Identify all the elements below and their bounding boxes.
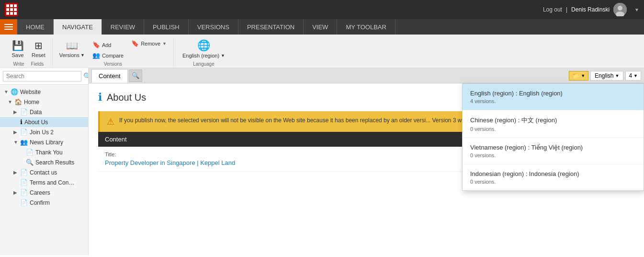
tree-item-contact-us[interactable]: ▶ 📄 Contact us	[0, 167, 88, 177]
tree-item-thank-you[interactable]: 📄 Thank You	[0, 147, 88, 157]
avatar[interactable]	[613, 3, 627, 16]
tab-view[interactable]: VIEW	[304, 19, 337, 35]
language-selector[interactable]: English ▼	[590, 71, 623, 81]
content-panel: ▲ 📁 ▼ English ▼ 4 ▼	[89, 68, 644, 255]
tab-search-button[interactable]: 🔍	[129, 70, 142, 82]
tree-label: Data	[30, 109, 42, 116]
tree-label: Careers	[30, 189, 50, 196]
num-selector-label: 4	[629, 72, 632, 79]
dropdown-item-english[interactable]: English (region) : English (region) 4 ve…	[463, 84, 644, 110]
tree-label: Home	[24, 99, 39, 105]
remove-arrow-icon: ▼	[162, 41, 167, 46]
folder-icon: 📁	[572, 72, 579, 79]
versions-folder-selector[interactable]: 📁 ▼	[569, 71, 588, 81]
search-input[interactable]	[3, 71, 81, 82]
top-bar-right: Log out | Denis Radinski ▼	[543, 3, 639, 16]
tree-arrow-icon	[13, 180, 18, 185]
main-area: 🔍 ▼ ▼ 🌐 Website ▼ 🏠 Home ▶ 📄 Data	[0, 68, 644, 255]
add-icon: 🔖	[92, 41, 100, 48]
tree-arrow-icon: ▼	[13, 140, 18, 145]
dropdown-item-vietnamese[interactable]: Vietnamese (region) : Tiếng Việt (region…	[463, 138, 644, 164]
remove-button[interactable]: 🔖 Remove ▼	[128, 39, 169, 48]
tab-presentation[interactable]: PRESENTATION	[238, 19, 304, 35]
sidebar: 🔍 ▼ ▼ 🌐 Website ▼ 🏠 Home ▶ 📄 Data	[0, 68, 89, 255]
dropdown-item-sub: 0 versions.	[470, 152, 636, 158]
tree-item-news-library[interactable]: ▼ 👥 News Library	[0, 137, 88, 147]
top-bar-left	[5, 3, 18, 16]
tab-versions[interactable]: VERSIONS	[189, 19, 238, 35]
tree-label: Search Results	[35, 159, 74, 166]
ribbon-group-language-label: Language	[193, 61, 215, 67]
folder-arrow-icon: ▼	[581, 73, 585, 78]
add-button[interactable]: 🔖 Add	[90, 40, 126, 49]
tab-navigate[interactable]: NAVIGATE	[54, 19, 102, 35]
add-compare-group: 🔖 Add 👥 Compare	[90, 40, 126, 60]
reset-button[interactable]: ⊞ Reset	[29, 38, 48, 60]
ribbon-group-versions: 📖 Versions ▼ 🔖 Add 👥 Compare 🔖 Remove	[53, 38, 174, 67]
logout-button[interactable]: Log out	[543, 6, 562, 13]
tree-item-about-us[interactable]: ℹ About Us	[0, 117, 88, 127]
save-icon: 💾	[12, 40, 24, 51]
page-icon: 📄	[20, 108, 28, 116]
tree-item-data[interactable]: ▶ 📄 Data	[0, 107, 88, 117]
tree-arrow-icon	[19, 150, 24, 155]
tree-item-careers[interactable]: ▶ 📄 Careers	[0, 187, 88, 198]
lang-arrow-icon: ▼	[221, 53, 225, 58]
versions-button[interactable]: 📖 Versions ▼	[56, 38, 88, 60]
tree-item-confirm[interactable]: 📄 Confirm	[0, 198, 88, 208]
info-circle-icon: ℹ	[98, 91, 102, 104]
tab-my-toolbar[interactable]: MY TOOLBAR	[337, 19, 395, 35]
compare-icon: 👥	[92, 52, 100, 59]
reset-icon: ⊞	[34, 40, 43, 51]
page-icon: 📄	[20, 169, 28, 176]
search-icon: 🔍	[132, 72, 139, 79]
dropdown-item-title: Indonesian (region) : Indonesia (region)	[470, 170, 636, 177]
tab-home[interactable]: HOME	[17, 19, 54, 35]
top-bar: Log out | Denis Radinski ▼	[0, 0, 644, 19]
globe-icon: 🌐	[197, 39, 210, 52]
tree-label: News Library	[30, 139, 63, 146]
tree-item-terms[interactable]: 📄 Terms and Conditi...	[0, 177, 88, 187]
save-button[interactable]: 💾 Save	[9, 38, 27, 60]
tree-item-home[interactable]: ▼ 🏠 Home	[0, 97, 88, 107]
remove-icon: 🔖	[131, 40, 139, 47]
dropdown-item-chinese[interactable]: Chinese (region) : 中文 (region) 0 version…	[463, 110, 644, 138]
dropdown-item-indonesian[interactable]: Indonesian (region) : Indonesia (region)…	[463, 164, 644, 190]
tree-arrow-icon: ▶	[13, 170, 18, 175]
search-icon[interactable]: 🔍	[83, 72, 89, 80]
news-icon: 👥	[20, 139, 28, 146]
warning-text: If you publish now, the selected version…	[119, 116, 521, 125]
tree-label: Contact us	[30, 169, 57, 176]
hamburger-button[interactable]	[0, 19, 17, 35]
dropdown-item-title: English (region) : English (region)	[470, 90, 636, 97]
versions-toolbar: 📁 ▼ English ▼ 4 ▼	[462, 68, 644, 83]
num-arrow-icon: ▼	[633, 73, 638, 78]
dropdown-item-title: Vietnamese (region) : Tiếng Việt (region…	[470, 144, 636, 151]
svg-point-1	[618, 6, 622, 11]
tree-item-join-us[interactable]: ▶ 📄 Join Us 2	[0, 127, 88, 137]
page-title: About Us	[107, 92, 146, 103]
dropdown-item-sub: 0 versions.	[470, 179, 636, 185]
tree-label: About Us	[24, 119, 48, 126]
search-bar: 🔍 ▼	[0, 68, 88, 85]
tree-arrow-icon: ▼	[8, 99, 12, 105]
versions-icon: 📖	[66, 40, 78, 51]
number-selector[interactable]: 4 ▼	[625, 71, 641, 81]
tree-label: Terms and Conditi...	[30, 179, 78, 186]
divider: |	[566, 6, 567, 13]
page-icon: 📄	[20, 179, 28, 186]
language-button[interactable]: 🌐 English (region) ▼	[178, 37, 230, 60]
tree-item-search-results[interactable]: 🔍 Search Results	[0, 157, 88, 167]
dropdown-arrow-icon[interactable]: ▼	[631, 3, 639, 16]
ribbon-group-language: 🌐 English (region) ▼ Language	[174, 37, 234, 67]
app-icon[interactable]	[5, 3, 18, 16]
dropdown-item-sub: 0 versions.	[470, 126, 636, 132]
tab-content[interactable]: Content	[91, 69, 128, 83]
info-icon: ℹ	[20, 118, 23, 126]
tree-label: Thank You	[35, 149, 63, 156]
tab-review[interactable]: REVIEW	[102, 19, 144, 35]
tree-item-website[interactable]: ▼ 🌐 Website	[0, 87, 88, 97]
compare-button[interactable]: 👥 Compare	[90, 51, 126, 60]
tab-publish[interactable]: PUBLISH	[144, 19, 189, 35]
page-icon: 📄	[26, 149, 34, 156]
